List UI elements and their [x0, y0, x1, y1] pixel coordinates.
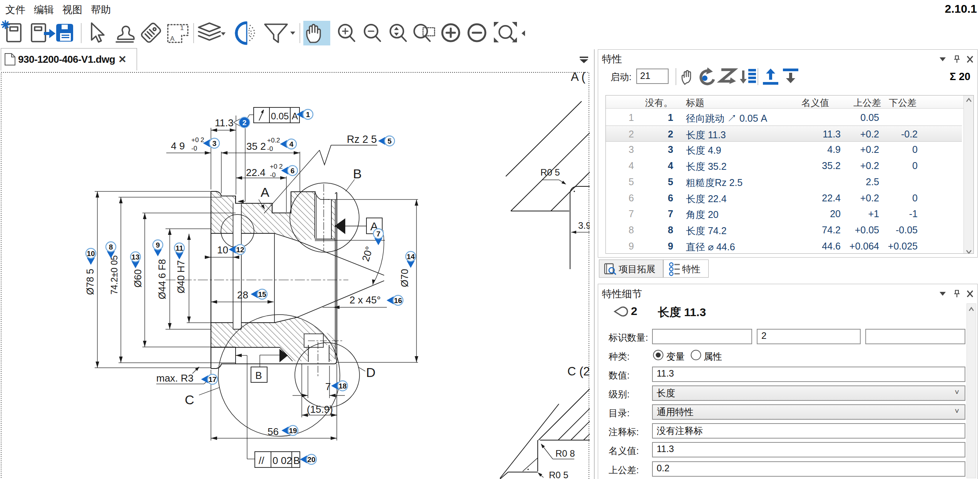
svg-text:17: 17	[208, 375, 216, 384]
svg-text:10: 10	[217, 244, 228, 256]
svg-text:B: B	[353, 166, 362, 181]
svg-text:56: 56	[268, 426, 279, 437]
svg-text:2: 2	[242, 119, 247, 127]
svg-text:13: 13	[131, 253, 139, 261]
svg-text:C: C	[185, 392, 194, 407]
svg-text:B: B	[255, 370, 262, 381]
svg-text:Ø70: Ø70	[399, 269, 410, 287]
svg-text:1: 1	[180, 24, 184, 32]
svg-text:B: B	[293, 455, 300, 466]
svg-text:A: A	[261, 185, 269, 199]
svg-text:19: 19	[289, 427, 297, 435]
svg-text:3.9: 3.9	[578, 220, 590, 231]
svg-text:C (2: C (2	[567, 365, 590, 378]
svg-text:Rz 2 5: Rz 2 5	[347, 134, 377, 145]
svg-text:(15.9): (15.9)	[307, 404, 333, 415]
svg-text:+0 2: +0 2	[270, 163, 283, 170]
svg-text:5: 5	[388, 137, 392, 145]
svg-text:20°: 20°	[360, 245, 375, 263]
svg-text:0 02: 0 02	[273, 455, 292, 466]
svg-text:Ø78 5: Ø78 5	[85, 269, 95, 295]
svg-text:28: 28	[237, 289, 248, 301]
svg-text:11: 11	[176, 244, 184, 252]
svg-text:R0 5: R0 5	[549, 470, 569, 479]
svg-text:6: 6	[291, 167, 295, 175]
svg-text:4: 4	[289, 140, 294, 148]
svg-text:A: A	[170, 35, 175, 42]
svg-text:D: D	[366, 365, 376, 380]
svg-text:A (: A (	[571, 70, 586, 84]
svg-text:Ø44 6 F8: Ø44 6 F8	[157, 259, 167, 299]
svg-text:-0: -0	[270, 171, 276, 179]
svg-text:18: 18	[338, 382, 346, 390]
svg-text:7: 7	[376, 230, 381, 238]
svg-text:R0 5: R0 5	[540, 167, 560, 178]
svg-text:3: 3	[212, 139, 217, 147]
svg-text:12: 12	[236, 246, 244, 254]
svg-text:4 9: 4 9	[171, 140, 185, 152]
svg-text:74.2±0 05: 74.2±0 05	[109, 255, 119, 295]
svg-text:9: 9	[156, 241, 160, 249]
svg-text:7: 7	[325, 381, 331, 392]
svg-text:14: 14	[406, 253, 415, 261]
svg-text:-0: -0	[191, 145, 197, 152]
svg-text:35 2: 35 2	[246, 141, 266, 152]
svg-text:0.05: 0.05	[271, 111, 289, 121]
svg-text:22.4: 22.4	[246, 167, 266, 178]
svg-text:16: 16	[394, 296, 402, 305]
svg-text:+0 2: +0 2	[191, 136, 204, 144]
svg-text:-0: -0	[267, 145, 273, 152]
svg-text:A: A	[292, 111, 298, 121]
svg-text:R0 8: R0 8	[555, 448, 575, 459]
svg-text:10: 10	[87, 250, 95, 258]
svg-text://: //	[259, 455, 264, 466]
svg-text:max. R3: max. R3	[156, 372, 194, 384]
svg-text:20: 20	[307, 456, 315, 464]
svg-text:2 x 45°: 2 x 45°	[350, 294, 381, 306]
svg-text:8: 8	[109, 243, 113, 251]
svg-text:Ø60: Ø60	[132, 269, 143, 287]
svg-text:+0.2: +0.2	[267, 137, 280, 144]
svg-text:15: 15	[258, 290, 266, 298]
svg-text:Ø40 H7: Ø40 H7	[176, 260, 186, 293]
svg-text:1: 1	[306, 111, 310, 119]
svg-text:11.3: 11.3	[215, 117, 234, 129]
